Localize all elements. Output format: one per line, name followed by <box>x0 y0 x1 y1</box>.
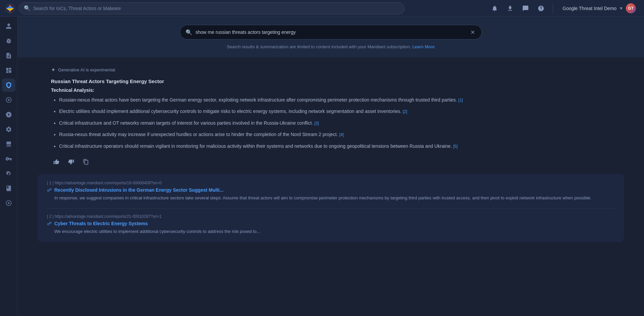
ai-summary-section: ✦ Generative AI is experimental Russian … <box>17 57 644 174</box>
citation-title-2[interactable]: Cyber Threats to Electric Energy Systems <box>54 221 148 226</box>
ai-bullet-5: Critical infrastructure operators should… <box>59 142 610 150</box>
search-box-icon: 🔍 <box>186 29 192 36</box>
sidebar-item-actors[interactable] <box>2 19 15 33</box>
ai-label: ✦ Generative AI is experimental <box>51 67 610 73</box>
header-bar: 🔍 Google Threat Intel Demo ▼ GT <box>0 0 644 17</box>
ai-bullet-2: Electric utilities should implement addi… <box>59 108 610 115</box>
ai-bullet-4: Russia-nexus threat activity may increas… <box>59 131 610 138</box>
search-clear-button[interactable]: ✕ <box>469 28 476 37</box>
svg-point-2 <box>8 99 9 101</box>
sidebar-item-library[interactable] <box>2 182 15 195</box>
results-area[interactable]: ✦ Generative AI is experimental Russian … <box>17 57 644 316</box>
sidebar-item-threat-intel[interactable] <box>2 78 15 92</box>
search-notice: Search results & summarization are limit… <box>180 44 482 49</box>
citation-meta-2: | 2 | https://advantage.mandiant.com/rep… <box>47 214 614 219</box>
main-search-bar[interactable]: 🔍 ✕ <box>180 25 482 40</box>
citation-ref-3[interactable]: [3] <box>314 121 319 126</box>
logo <box>5 4 15 13</box>
content-area: 🔍 ✕ Search results & summarization are l… <box>17 17 644 316</box>
avatar: GT <box>626 3 636 13</box>
main-layout: 🔍 ✕ Search results & summarization are l… <box>0 17 644 316</box>
main-search-input[interactable] <box>196 29 469 35</box>
citation-meta-1: | 1 | https://advantage.mandiant.com/rep… <box>47 181 614 185</box>
account-chevron-icon: ▼ <box>619 6 623 11</box>
notifications-button[interactable] <box>490 3 500 13</box>
sidebar-item-profile[interactable] <box>2 196 15 210</box>
sidebar-item-monitor[interactable] <box>2 137 15 151</box>
thumbs-up-button[interactable] <box>51 156 62 167</box>
sparkle-icon: ✦ <box>51 67 55 73</box>
citations-section: | 1 | https://advantage.mandiant.com/rep… <box>38 174 624 242</box>
sidebar-item-settings[interactable] <box>2 123 15 136</box>
sidebar-item-keys[interactable] <box>2 152 15 166</box>
ai-bullet-1: Russian-nexus threat actors have been ta… <box>59 96 610 104</box>
citation-doc-icon-2: ☍ <box>47 221 52 226</box>
sidebar-item-malware[interactable] <box>2 34 15 48</box>
citation-ref-5[interactable]: [5] <box>453 144 457 149</box>
citation-item-1: | 1 | https://advantage.mandiant.com/rep… <box>47 181 614 202</box>
thumbs-down-button[interactable] <box>66 156 77 167</box>
sidebar-item-intel[interactable] <box>2 167 15 180</box>
header-search-icon: 🔍 <box>24 5 31 11</box>
ai-subtitle: Technical Analysis: <box>51 87 610 93</box>
sidebar <box>0 17 17 316</box>
citation-body-1: In response, we suggest companies in cri… <box>47 195 614 202</box>
citation-item-2: | 2 | https://advantage.mandiant.com/rep… <box>47 214 614 235</box>
citation-title-row-1: ☍ Recently Disclosed Intrusions in the G… <box>47 187 614 193</box>
ai-title: Russian Threat Actors Targeting Energy S… <box>51 78 610 84</box>
citation-title-row-2: ☍ Cyber Threats to Electric Energy Syste… <box>47 221 614 226</box>
ai-bullets-list: Russian-nexus threat actors have been ta… <box>51 96 610 150</box>
chat-button[interactable] <box>521 3 531 13</box>
account-name: Google Threat Intel Demo <box>562 6 616 11</box>
citation-ref-1[interactable]: [1] <box>458 98 463 103</box>
account-menu[interactable]: Google Threat Intel Demo ▼ GT <box>560 2 639 15</box>
citation-ref-2[interactable]: [2] <box>403 109 407 114</box>
copy-button[interactable] <box>81 156 91 167</box>
search-section: 🔍 ✕ Search results & summarization are l… <box>17 17 644 57</box>
ai-bullet-3: Critical infrastructure and OT networks … <box>59 119 610 127</box>
help-button[interactable] <box>536 3 546 13</box>
header-right-area: Google Threat Intel Demo ▼ GT <box>490 2 639 15</box>
header-search-input[interactable] <box>33 6 400 11</box>
sidebar-item-reports[interactable] <box>2 49 15 62</box>
feedback-row <box>51 156 610 167</box>
citation-title-1[interactable]: Recently Disclosed Intrusions in the Ger… <box>54 187 224 193</box>
header-search-bar[interactable]: 🔍 <box>19 2 405 14</box>
upload-button[interactable] <box>505 3 515 13</box>
sidebar-item-dashboard[interactable] <box>2 64 15 77</box>
learn-more-link[interactable]: Learn More <box>412 44 435 49</box>
sidebar-item-indicators[interactable] <box>2 93 15 107</box>
citation-ref-4[interactable]: [4] <box>339 132 344 137</box>
header-divider <box>553 3 553 13</box>
citation-divider <box>47 208 614 209</box>
citation-body-2: We encourage electric utilities to imple… <box>47 228 614 235</box>
sidebar-item-vulnerabilities[interactable] <box>2 108 15 121</box>
citation-doc-icon-1: ☍ <box>47 187 52 193</box>
